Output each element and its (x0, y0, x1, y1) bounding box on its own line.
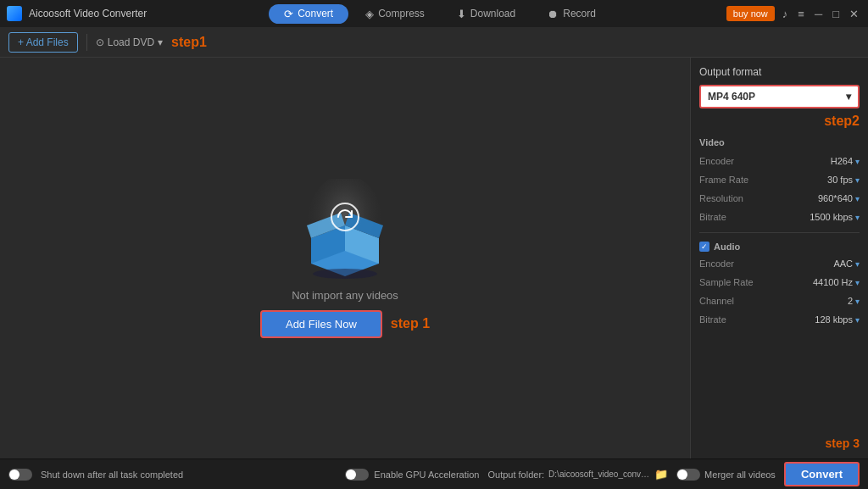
merge-row: Merger all videos (676, 469, 776, 481)
encoder-row: Encoder H264 ▾ (699, 154, 860, 168)
resolution-row: Resolution 960*640 ▾ (699, 192, 860, 205)
no-video-text: Not import any videos (292, 289, 398, 302)
output-format-title: Output format (699, 66, 860, 78)
music-icon: ♪ (780, 8, 791, 20)
audio-section-title: Audio (714, 242, 740, 252)
sample-rate-row: Sample Rate 44100 Hz ▾ (699, 275, 860, 289)
channel-arrow: ▾ (855, 297, 860, 306)
add-files-button[interactable]: + Add Files (8, 32, 78, 53)
resolution-arrow: ▾ (855, 194, 860, 203)
gpu-toggle-row: Enable GPU Acceleration (345, 469, 479, 481)
right-panel: Output format MP4 640P ▾ step2 Video Enc… (690, 58, 868, 458)
encoder-label: Encoder (699, 156, 734, 166)
merge-toggle-knob (677, 470, 687, 480)
tab-convert-label: Convert (298, 8, 333, 19)
audio-encoder-value[interactable]: AAC ▾ (833, 258, 860, 269)
audio-bitrate-row: Bitrate 128 kbps ▾ (699, 313, 860, 326)
gpu-label: Enable GPU Acceleration (374, 470, 479, 480)
toolbar-separator (86, 34, 87, 51)
channel-value[interactable]: 2 ▾ (848, 296, 860, 306)
drop-illustration: Not import any videos Add Files Now step… (260, 179, 430, 338)
audio-row: ✓ Audio (699, 242, 860, 252)
video-bitrate-label: Bitrate (699, 212, 726, 222)
app-logo (7, 6, 22, 21)
step1-toolbar-label: step1 (171, 35, 207, 50)
close-icon[interactable]: ✕ (847, 8, 861, 20)
menu-icon[interactable]: ≡ (795, 8, 807, 20)
shutdown-toggle[interactable] (8, 469, 32, 481)
record-icon: ⏺ (548, 8, 559, 20)
audio-bitrate-arrow: ▾ (855, 315, 860, 325)
framerate-value[interactable]: 30 fps ▾ (827, 175, 860, 185)
app-title: Aicoosoft Video Converter (29, 8, 147, 19)
merge-toggle[interactable] (676, 469, 700, 481)
encoder-arrow: ▾ (855, 157, 860, 166)
channel-label: Channel (699, 296, 734, 306)
merge-label: Merger all videos (704, 470, 776, 480)
video-section-title: Video (699, 137, 860, 147)
gpu-toggle-knob (346, 470, 356, 480)
svg-point-6 (313, 269, 377, 279)
dvd-arrow-icon: ▾ (158, 36, 163, 48)
sample-rate-value[interactable]: 44100 Hz ▾ (813, 277, 860, 287)
add-files-now-button[interactable]: Add Files Now (260, 310, 382, 338)
minimize-icon[interactable]: ─ (812, 8, 825, 20)
shutdown-toggle-knob (9, 470, 19, 480)
title-bar: Aicoosoft Video Converter ⟳ Convert ◈ Co… (0, 0, 868, 27)
box-illustration (286, 179, 404, 281)
shutdown-label: Shut down after all task completed (41, 470, 183, 480)
gpu-toggle[interactable] (345, 469, 369, 481)
panel-divider (699, 232, 860, 233)
tab-compress-label: Compress (378, 8, 425, 19)
main-area: Not import any videos Add Files Now step… (0, 58, 868, 458)
load-dvd-button[interactable]: ⊙ Load DVD ▾ (96, 36, 163, 48)
channel-row: Channel 2 ▾ (699, 294, 860, 308)
nav-tabs: ⟳ Convert ◈ Compress ⬇ Download ⏺ Record (160, 4, 720, 24)
convert-icon: ⟳ (284, 8, 293, 20)
disc-icon: ⊙ (96, 36, 104, 48)
resolution-value[interactable]: 960*640 ▾ (818, 193, 860, 203)
tab-download[interactable]: ⬇ Download (442, 4, 531, 24)
video-bitrate-arrow: ▾ (855, 213, 860, 222)
step1-center-label: step 1 (391, 316, 430, 331)
step2-label: step2 (699, 114, 860, 129)
format-value: MP4 640P (708, 91, 755, 103)
audio-bitrate-value[interactable]: 128 kbps ▾ (815, 314, 860, 325)
tab-record[interactable]: ⏺ Record (532, 4, 611, 24)
framerate-row: Frame Rate 30 fps ▾ (699, 173, 860, 186)
folder-icon[interactable]: 📁 (654, 468, 668, 481)
audio-encoder-row: Encoder AAC ▾ (699, 257, 860, 270)
format-dropdown-arrow: ▾ (846, 91, 851, 103)
drop-area[interactable]: Not import any videos Add Files Now step… (0, 58, 690, 458)
audio-checkbox[interactable]: ✓ (699, 242, 709, 252)
audio-bitrate-label: Bitrate (699, 314, 726, 325)
output-folder-row: Output folder: D:\aicoosoft_video_conver… (487, 468, 668, 481)
buy-now-button[interactable]: buy now (726, 6, 775, 21)
video-bitrate-value[interactable]: 1500 kbps ▾ (810, 212, 860, 222)
toolbar: + Add Files ⊙ Load DVD ▾ step1 (0, 27, 868, 58)
download-icon: ⬇ (457, 8, 466, 20)
resolution-label: Resolution (699, 193, 743, 203)
titlebar-controls: buy now ♪ ≡ ─ □ ✕ (726, 6, 861, 21)
bottom-bar: Shut down after all task completed Enabl… (0, 458, 868, 489)
sample-rate-label: Sample Rate (699, 277, 754, 287)
sample-rate-arrow: ▾ (855, 278, 860, 287)
output-path: D:\aicoosoft_video_convert\convert (548, 470, 650, 479)
step3-panel-label: step 3 (699, 436, 860, 450)
tab-compress[interactable]: ◈ Compress (350, 4, 440, 24)
convert-button[interactable]: Convert (784, 462, 860, 486)
tab-convert[interactable]: ⟳ Convert (269, 4, 348, 24)
tab-download-label: Download (470, 8, 515, 19)
audio-encoder-arrow: ▾ (855, 259, 860, 269)
framerate-label: Frame Rate (699, 175, 748, 185)
load-dvd-label: Load DVD (108, 36, 154, 48)
output-folder-title: Output folder: (487, 470, 544, 480)
encoder-value[interactable]: H264 ▾ (831, 156, 860, 166)
framerate-arrow: ▾ (855, 175, 860, 185)
video-bitrate-row: Bitrate 1500 kbps ▾ (699, 210, 860, 224)
compress-icon: ◈ (365, 8, 374, 20)
tab-record-label: Record (563, 8, 596, 19)
maximize-icon[interactable]: □ (830, 8, 842, 20)
audio-encoder-label: Encoder (699, 258, 734, 269)
format-dropdown[interactable]: MP4 640P ▾ (699, 85, 860, 108)
